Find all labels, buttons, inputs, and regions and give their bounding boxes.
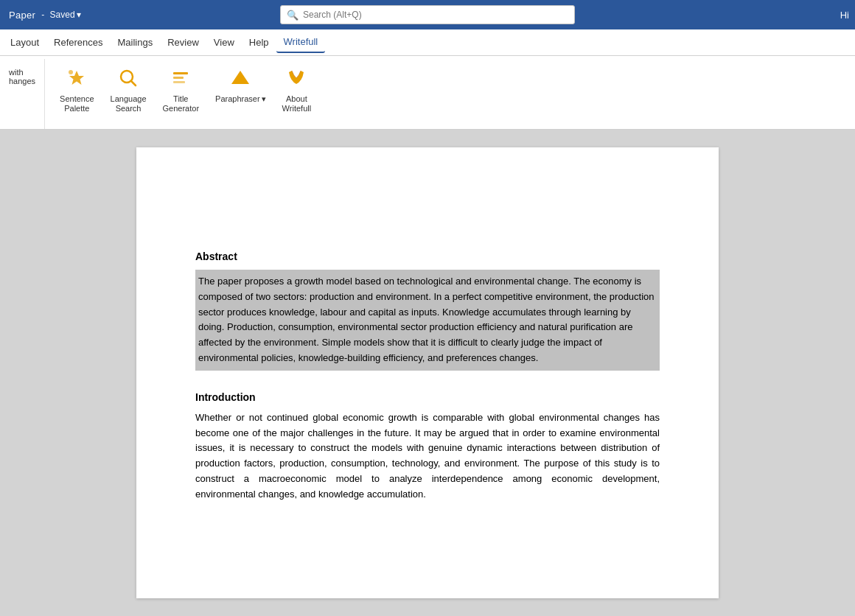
document-page[interactable]: Abstract The paper proposes a growth mod… <box>136 147 719 598</box>
title-generator-button[interactable]: TitleGenerator <box>157 62 206 116</box>
saved-label: - <box>41 10 44 20</box>
menu-writefull[interactable]: Writefull <box>276 32 326 53</box>
about-writefull-button[interactable]: AboutWritefull <box>276 62 318 116</box>
title-generator-label: TitleGenerator <box>163 94 200 113</box>
svg-rect-3 <box>173 72 188 74</box>
menu-view[interactable]: View <box>206 32 242 52</box>
menu-layout[interactable]: Layout <box>3 32 46 52</box>
svg-rect-4 <box>173 77 184 79</box>
abstract-text: The paper proposes a growth model based … <box>198 276 655 363</box>
menu-references[interactable]: References <box>46 32 110 52</box>
ribbon-writefull-group: SentencePalette LanguageSearch TitleG <box>45 59 326 129</box>
saved-text: Saved <box>50 10 75 20</box>
doc-title: Paper <box>9 10 35 21</box>
svg-rect-5 <box>173 81 185 83</box>
svg-marker-6 <box>231 71 249 84</box>
svg-line-2 <box>131 81 136 85</box>
paraphraser-icon <box>227 65 254 91</box>
title-bar-right: Hi <box>840 0 855 29</box>
introduction-section: Introduction Whether or not continued gl… <box>195 391 660 503</box>
svg-point-0 <box>69 70 73 74</box>
saved-status[interactable]: - Saved ▾ <box>41 10 80 20</box>
title-bar: Paper - Saved ▾ 🔍 Hi <box>0 0 855 29</box>
menu-review[interactable]: Review <box>160 32 206 52</box>
paraphraser-button[interactable]: Paraphraser ▾ <box>209 62 272 107</box>
language-search-button[interactable]: LanguageSearch <box>105 62 153 116</box>
menu-mailings[interactable]: Mailings <box>111 32 161 52</box>
ribbon-left-label: withhanges <box>9 62 35 85</box>
abstract-heading: Abstract <box>195 251 660 262</box>
menu-help[interactable]: Help <box>242 32 276 52</box>
about-writefull-icon <box>283 65 310 91</box>
search-icon: 🔍 <box>287 10 299 21</box>
saved-caret: ▾ <box>77 10 81 20</box>
sentence-palette-icon <box>63 65 90 91</box>
abstract-section: Abstract The paper proposes a growth mod… <box>195 251 660 371</box>
ribbon: withhanges SentencePalette LanguageSearc… <box>0 56 855 130</box>
search-bar[interactable]: 🔍 <box>280 5 575 24</box>
menu-bar: Layout References Mailings Review View H… <box>0 29 855 56</box>
sentence-palette-button[interactable]: SentencePalette <box>54 62 100 116</box>
intro-heading: Introduction <box>195 391 660 403</box>
language-search-label: LanguageSearch <box>111 94 147 113</box>
abstract-text-block: The paper proposes a growth model based … <box>195 270 660 371</box>
paraphraser-label: Paraphraser ▾ <box>215 94 266 104</box>
sentence-palette-label: SentencePalette <box>60 94 94 113</box>
intro-text: Whether or not continued global economic… <box>195 410 660 503</box>
paraphraser-caret: ▾ <box>262 94 266 104</box>
about-writefull-label: AboutWritefull <box>282 94 312 113</box>
user-label: Hi <box>840 10 849 21</box>
ribbon-left-group: withhanges <box>0 59 45 129</box>
document-area: Abstract The paper proposes a growth mod… <box>0 130 855 616</box>
search-input[interactable] <box>303 10 568 20</box>
title-generator-icon <box>167 65 194 91</box>
language-search-icon <box>115 65 142 91</box>
